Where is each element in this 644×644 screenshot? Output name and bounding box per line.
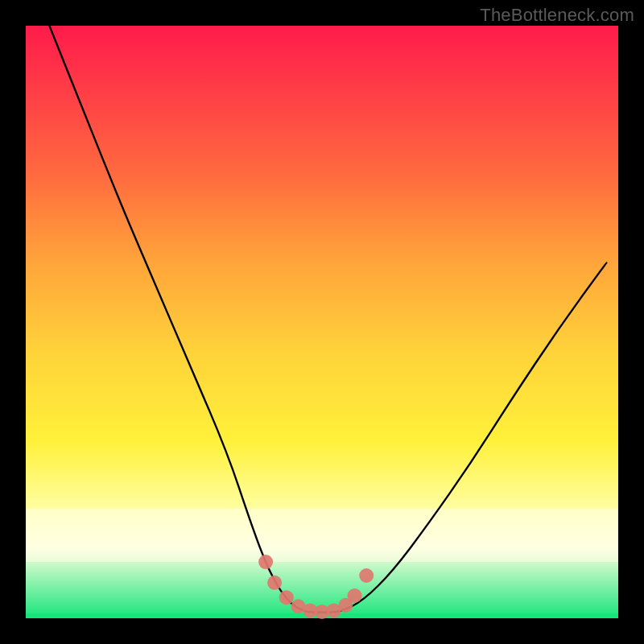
bottleneck-curve-path [49, 26, 606, 613]
chart-frame: TheBottleneck.com [0, 0, 644, 644]
marker-dot [258, 555, 273, 569]
watermark-text: TheBottleneck.com [480, 5, 634, 26]
marker-dot [359, 568, 374, 583]
marker-dot [279, 590, 294, 605]
marker-dot [267, 576, 282, 590]
plot-area [26, 26, 618, 618]
highlight-markers [258, 555, 374, 619]
marker-dot [348, 588, 362, 603]
curve-svg [26, 26, 618, 618]
